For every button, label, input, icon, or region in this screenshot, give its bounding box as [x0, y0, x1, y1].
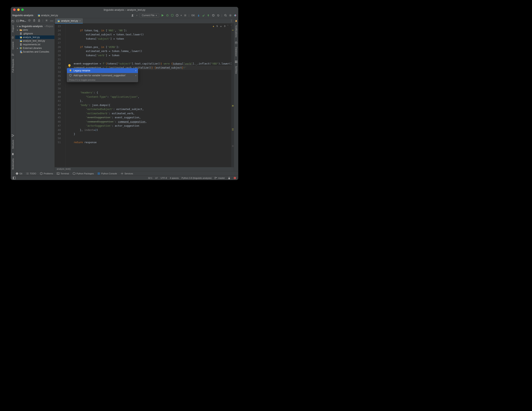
settings-icon[interactable] [45, 19, 48, 22]
fatal-error-icon[interactable]: ! [233, 177, 236, 179]
fold-gutter[interactable] [62, 23, 66, 167]
structure-tool-icon[interactable] [11, 134, 14, 137]
caret-position[interactable]: 32:1 [148, 177, 152, 179]
run-icon[interactable] [161, 14, 164, 17]
tree-scratches[interactable]: Scratches and Consoles [15, 50, 55, 54]
profile-icon[interactable] [176, 14, 179, 17]
history-icon[interactable] [212, 14, 215, 17]
project-tool-icon[interactable] [11, 20, 14, 22]
breadcrumb-file[interactable]: analyze_text.py [41, 14, 58, 17]
git-update-icon[interactable] [197, 14, 200, 17]
run-config-selector[interactable]: Current File ▾ [140, 13, 159, 17]
svg-rect-33 [20, 37, 22, 38]
close-tab-icon[interactable]: × [79, 19, 81, 22]
inspection-widget[interactable]: ▲5 ▲3 ˄ ˅ [212, 25, 232, 27]
editor-breadcrumbs[interactable]: analyze_text() [55, 167, 234, 171]
file-encoding[interactable]: UTF-8 [161, 177, 167, 179]
add-user-icon[interactable]: + [131, 14, 134, 17]
tool-problems[interactable]: !Problems [40, 172, 53, 175]
git-commit-icon[interactable] [202, 14, 205, 17]
maximize-window-button[interactable] [21, 9, 24, 11]
weak-warning-icon: ▲ [220, 25, 222, 27]
intention-item-add-type-hint[interactable]: Add type hint for variable 'command_sugg… [67, 73, 138, 78]
svg-rect-46 [235, 61, 236, 62]
indent-settings[interactable]: 4 spaces [170, 177, 179, 179]
tool-window-quick-access-icon[interactable] [13, 177, 16, 179]
tool-python-packages[interactable]: Python Packages [73, 172, 94, 175]
select-opened-file-icon[interactable] [28, 19, 31, 22]
expand-all-icon[interactable] [33, 19, 36, 22]
titlebar[interactable]: linguistic-analysis – analyze_text.py [11, 7, 238, 13]
close-window-button[interactable] [13, 9, 16, 11]
svg-rect-26 [13, 135, 14, 136]
chevron-down-icon[interactable]: ˅ [231, 25, 232, 27]
warning-icon: ▲ [212, 25, 215, 27]
pull-requests-tool-icon[interactable] [11, 53, 14, 56]
bookmarks-tool-icon[interactable] [11, 153, 14, 155]
git-push-icon[interactable] [207, 14, 210, 17]
tool-services[interactable]: Services [121, 172, 133, 175]
breadcrumb[interactable]: linguistic-analysis 〉 analyze_text.py [12, 14, 58, 17]
code-area[interactable]: if token.tag_ in ['NNS', 'NN']: estimate… [66, 23, 231, 167]
tab-menu-icon[interactable]: ⋮ [230, 19, 233, 22]
folder-icon [19, 25, 21, 28]
tree-root-name: linguistic-analysis [22, 25, 43, 28]
tool-git[interactable]: Git [16, 172, 22, 175]
editor-crumb[interactable]: analyze_text() [57, 168, 71, 170]
tool-python-console[interactable]: Python Console [97, 172, 117, 175]
lock-icon[interactable] [228, 177, 231, 179]
chevron-up-icon[interactable]: ˄ [227, 25, 228, 27]
coverage-icon[interactable] [171, 14, 174, 17]
svg-line-8 [166, 16, 167, 16]
editor-body[interactable]: 23 24 25 26 27 28 29 30 31 32 33 34 35 3… [55, 23, 234, 167]
git-branch[interactable]: master [214, 177, 225, 179]
tool-terminal[interactable]: Terminal [57, 172, 69, 175]
tree-root[interactable]: ▾ linguistic-analysis ~/Repos [15, 25, 55, 28]
problems-icon: ! [40, 172, 43, 175]
tree-item-analyze-text-test[interactable]: analyze_text_test.py [15, 39, 55, 43]
structure-tool-label[interactable]: Structure [12, 140, 14, 149]
commit-tool-label[interactable]: Commit [12, 42, 14, 49]
debug-icon[interactable] [166, 14, 169, 17]
editor-tab[interactable]: analyze_text.py × [55, 18, 83, 23]
tree-external-libraries[interactable]: ▸ External Libraries [15, 46, 55, 50]
svg-text:!: ! [234, 177, 235, 179]
ide-window: linguistic-analysis – analyze_text.py li… [11, 7, 238, 180]
project-view-title[interactable]: Pro... [20, 19, 26, 22]
toolbar-actions: + ▾ Current File ▾ ▾ | Git: | [131, 13, 237, 17]
bookmarks-tool-label[interactable]: Bookmarks [12, 158, 14, 170]
right-tool-rail: Notifications Database SciView [234, 18, 238, 171]
tool-todo[interactable]: TODO [26, 172, 36, 175]
error-stripe[interactable] [231, 23, 234, 167]
notifications-tool-label[interactable]: Notifications [235, 25, 238, 37]
intention-bulb-icon[interactable] [68, 64, 71, 68]
line-separator[interactable]: LF [155, 177, 158, 179]
rollback-icon[interactable] [217, 14, 219, 17]
sciview-tool-icon[interactable] [235, 61, 238, 63]
code-with-me-icon[interactable] [234, 14, 237, 17]
hide-button[interactable]: — [50, 19, 53, 23]
collapse-all-icon[interactable] [38, 19, 40, 22]
project-tool-label[interactable]: Project [12, 25, 14, 32]
tree-item-analyze-text[interactable]: analyze_text.py [15, 35, 55, 39]
project-tree[interactable]: ▾ linguistic-analysis ~/Repos ▸ venv .gi… [15, 24, 55, 55]
database-tool-label[interactable]: Database [235, 47, 238, 56]
notifications-tool-icon[interactable] [235, 20, 238, 22]
commit-tool-icon[interactable] [11, 36, 14, 39]
intention-item-legacy-rename[interactable]: Legacy rename › [67, 68, 138, 73]
sciview-tool-label[interactable]: SciView [235, 66, 238, 74]
pull-requests-tool-label[interactable]: Pull Requests [12, 59, 14, 73]
tree-item-label: analyze_text.py [23, 36, 40, 39]
search-icon[interactable] [224, 14, 227, 17]
database-tool-icon[interactable] [235, 41, 238, 44]
tree-item-gitignore[interactable]: .gitignore [15, 32, 55, 35]
tree-item-venv[interactable]: ▸ venv [15, 28, 55, 32]
svg-rect-47 [237, 61, 237, 62]
minimize-window-button[interactable] [17, 9, 20, 11]
tree-item-requirements[interactable]: requirements.txt [15, 43, 55, 46]
python-interpreter[interactable]: Python 3.8 (linguistic-analysis) [181, 177, 212, 179]
editor-tab-label: analyze_text.py [61, 19, 78, 22]
svg-point-41 [21, 52, 22, 53]
breadcrumb-project[interactable]: linguistic-analysis [12, 14, 33, 17]
settings-icon[interactable] [229, 14, 232, 17]
